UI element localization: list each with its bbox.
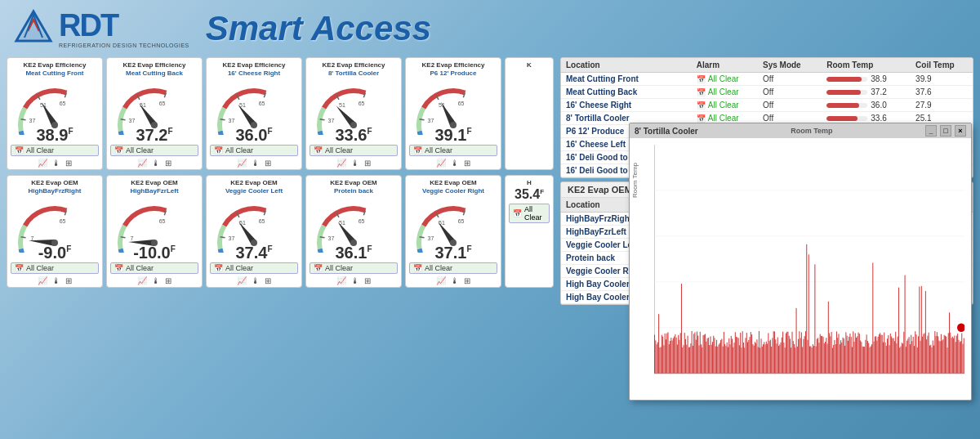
svg-rect-342 <box>871 346 871 373</box>
svg-rect-330 <box>858 333 859 374</box>
grid-icon[interactable]: ⊞ <box>265 276 271 285</box>
svg-text:65: 65 <box>458 218 465 224</box>
grid-icon[interactable]: ⊞ <box>364 276 371 285</box>
svg-rect-314 <box>841 343 842 374</box>
temp-icon[interactable]: 🌡 <box>351 159 359 168</box>
svg-rect-142 <box>663 345 664 373</box>
cell-roomtemp: 38.9 <box>822 73 911 86</box>
chart-icon[interactable]: 📈 <box>436 276 446 285</box>
temp-icon[interactable]: 🌡 <box>52 276 60 285</box>
cell-sysmode: Off <box>758 99 822 112</box>
svg-point-61 <box>450 122 457 128</box>
svg-text:37: 37 <box>229 236 235 242</box>
alarm-icon: 📅 <box>15 146 24 155</box>
grid-icon[interactable]: ⊞ <box>65 276 72 285</box>
svg-rect-431 <box>962 344 963 374</box>
temp-icon[interactable]: 🌡 <box>252 276 260 285</box>
svg-point-85 <box>151 240 158 246</box>
grid-icon[interactable]: ⊞ <box>364 159 371 168</box>
svg-rect-144 <box>666 339 666 373</box>
temp-icon[interactable]: 🌡 <box>451 159 459 168</box>
cell-coiltemp: 27.9 <box>911 99 973 112</box>
cell-roomtemp: 36.0 <box>822 99 911 112</box>
chart-icon[interactable]: 📈 <box>336 159 346 168</box>
svg-rect-243 <box>768 333 768 373</box>
table-row[interactable]: 16' Cheese Right 📅 All Clear Off 36.0 27… <box>561 99 973 112</box>
table-row[interactable]: Meat Cutting Back 📅 All Clear Off 37.2 3… <box>561 86 973 99</box>
card-icons-row: 📈 🌡 ⊞ <box>237 159 271 168</box>
temp-icon[interactable]: 🌡 <box>152 159 160 168</box>
gauge-svg: -4034375165 <box>313 195 394 251</box>
svg-rect-221 <box>745 338 746 373</box>
svg-rect-211 <box>735 332 736 373</box>
svg-rect-174 <box>697 332 697 374</box>
gauge-card: KE2 Evap OEM HighBayFzrLeft -40-18-11765… <box>106 175 203 288</box>
grid-icon[interactable]: ⊞ <box>65 159 72 168</box>
svg-rect-149 <box>670 338 671 374</box>
all-clear-row: 📅 All Clear <box>409 145 497 156</box>
col-roomtemp: Room Temp <box>822 58 911 73</box>
table-row[interactable]: Meat Cutting Front 📅 All Clear Off 38.9 … <box>561 73 973 86</box>
svg-rect-309 <box>836 331 837 373</box>
all-clear-row: 📅 All Clear <box>11 262 99 274</box>
grid-icon[interactable]: ⊞ <box>464 159 470 168</box>
gauge-card: KE2 Evap Efficiency Meat Cutting Back -4… <box>106 57 203 170</box>
alarm-text: All Clear <box>225 146 253 155</box>
chart-icon[interactable]: 📈 <box>137 276 147 285</box>
temp-icon[interactable]: 🌡 <box>351 276 359 285</box>
svg-rect-205 <box>728 338 729 374</box>
svg-rect-233 <box>758 347 759 374</box>
svg-rect-184 <box>707 338 708 374</box>
svg-rect-249 <box>774 331 775 373</box>
alarm-text: All Clear <box>425 264 452 272</box>
chart-icon[interactable]: 📈 <box>237 276 247 285</box>
svg-rect-169 <box>692 331 693 374</box>
svg-rect-215 <box>739 345 740 373</box>
svg-rect-139 <box>661 347 662 373</box>
svg-rect-366 <box>895 332 896 374</box>
chart-minimize-btn[interactable]: _ <box>925 125 937 137</box>
chart-icon[interactable]: 📈 <box>137 159 147 168</box>
svg-rect-387 <box>917 347 918 374</box>
svg-rect-160 <box>682 347 683 374</box>
grid-icon[interactable]: ⊞ <box>464 276 470 285</box>
col-location: Location <box>561 58 692 73</box>
card-icons-row: 📈 🌡 ⊞ <box>137 276 172 285</box>
svg-rect-386 <box>915 334 916 374</box>
temp-icon[interactable]: 🌡 <box>252 159 260 168</box>
chart-icon[interactable]: 📈 <box>38 276 47 285</box>
grid-icon[interactable]: ⊞ <box>165 159 172 168</box>
gauges-panel: KE2 Evap Efficiency Meat Cutting Front -… <box>7 57 554 436</box>
temp-icon[interactable]: 🌡 <box>152 276 160 285</box>
card-type-label: KE2 Evap Efficiency <box>323 61 385 69</box>
svg-rect-263 <box>789 336 790 374</box>
app-title: Smart Access <box>206 9 431 48</box>
chart-maximize-btn[interactable]: □ <box>940 125 951 137</box>
svg-rect-246 <box>771 347 772 374</box>
grid-icon[interactable]: ⊞ <box>165 276 172 285</box>
all-clear-row: 📅 All Clear <box>310 262 398 274</box>
svg-rect-322 <box>849 334 850 374</box>
gauge-card: KE2 Evap Efficiency 8' Tortilla Cooler -… <box>305 57 402 170</box>
chart-close-btn[interactable]: × <box>955 125 966 137</box>
company-name: RDT <box>59 10 189 41</box>
temp-icon[interactable]: 🌡 <box>52 159 60 168</box>
svg-rect-230 <box>755 342 755 373</box>
chart-icon[interactable]: 📈 <box>38 159 47 168</box>
chart-icon[interactable]: 📈 <box>436 159 446 168</box>
svg-rect-382 <box>911 341 912 373</box>
card-location: P6 12' Produce <box>430 69 476 78</box>
chart-controls: _ □ × <box>925 125 966 137</box>
svg-rect-200 <box>724 332 724 374</box>
grid-icon[interactable]: ⊞ <box>265 159 271 168</box>
chart-icon[interactable]: 📈 <box>336 276 346 285</box>
svg-rect-166 <box>688 347 689 374</box>
svg-rect-202 <box>725 346 726 373</box>
temp-icon[interactable]: 🌡 <box>451 276 459 285</box>
svg-rect-218 <box>742 331 743 374</box>
chart-icon[interactable]: 📈 <box>237 159 247 168</box>
svg-rect-333 <box>861 342 862 373</box>
svg-rect-140 <box>662 335 662 374</box>
bottom-gauges-row: KE2 Evap OEM HighBayFrzRight -40-18-1176… <box>7 175 554 288</box>
svg-rect-220 <box>744 347 745 373</box>
